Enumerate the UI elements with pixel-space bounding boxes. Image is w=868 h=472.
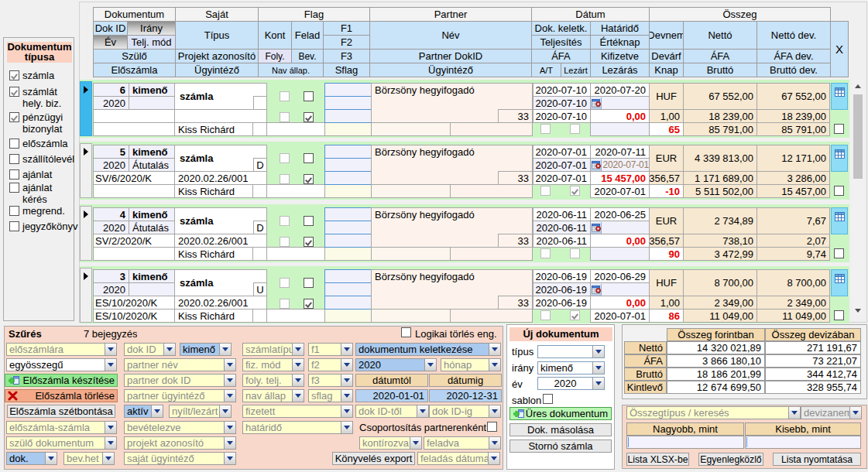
cell-afa-dev[interactable]: 2,07 [756,234,830,248]
cell-teljesites[interactable]: 2020-07-01 [533,158,591,172]
calendar-button[interactable] [591,159,602,171]
cell-dok-id[interactable]: 6 [93,83,129,97]
filter-f2[interactable]: f2 [308,358,353,371]
column-header-brutto-dev[interactable]: Bruttó dev. [756,63,831,77]
new-doc-tipus-select[interactable] [537,345,605,358]
column-header-dok-id[interactable]: Dok ID [93,21,128,36]
column-header-tipus[interactable]: Típus [175,21,259,50]
cell-brutto[interactable]: 5 511 502,00 [683,184,757,198]
cell-szulo[interactable]: SV/6/2020/K [93,171,175,185]
filter-dok[interactable]: dok. [6,452,57,465]
doc-type-checkbox-1[interactable] [9,87,19,97]
column-header-at[interactable]: A/T [531,63,561,77]
filter-eloszamla-szamla[interactable]: előszámla-számla [6,421,117,434]
cell-devnem[interactable]: EUR [649,207,684,234]
filter-bev-het[interactable]: bev.het [63,452,115,465]
cell-ugyintezo-kod[interactable] [252,309,267,323]
dropdown-arrow-icon[interactable] [341,422,352,433]
cell-netto[interactable]: 8 700,00 [683,269,757,296]
column-header-devnem[interactable]: Devnem [649,21,684,50]
dropdown-arrow-icon[interactable] [224,422,235,433]
cell-brutto[interactable]: 11 049,00 [683,309,757,323]
filter-ev[interactable]: 2020 [355,358,437,371]
column-header-felad[interactable]: Felad [291,21,324,50]
cell-afa-datum[interactable]: 2020-06-11 [533,234,591,248]
cell-kifizetve[interactable]: 0,00 [590,234,650,248]
column-header-dok-keletk[interactable]: Dok. keletk. [531,21,591,36]
eloszamla-szetbontasa-button[interactable]: Előszámla szétbontása [7,405,115,418]
cell-netto-dev[interactable]: 12 171,00 [756,145,830,172]
cell-brutto-dev[interactable]: 11 049,00 [756,309,830,323]
filter-egyosszegu[interactable]: egyösszegű [6,358,117,371]
cell-devarf[interactable]: 356,57 [649,171,684,185]
filter-fizetett[interactable]: fizetett [242,405,353,418]
cell-afa-datum[interactable]: 2020-07-10 [533,109,591,123]
checkbox-felad-1[interactable] [304,153,314,163]
new-doc-irany-select[interactable]: kimenő [537,361,605,375]
filter-f1[interactable]: f1 [308,343,353,356]
column-header-lezart[interactable]: Lezárt [561,63,591,77]
column-header-ev[interactable]: Év [93,35,128,50]
cell-f3[interactable] [324,234,372,248]
sablon-checkbox[interactable] [543,394,553,404]
dropdown-arrow-icon[interactable] [105,422,116,433]
totals-huf-value[interactable]: 3 866 180,10 [667,354,765,368]
dropdown-arrow-icon[interactable] [224,453,235,464]
column-header-f2[interactable]: F2 [323,35,370,50]
dropdown-arrow-icon[interactable] [489,344,500,355]
cell-afa-dev[interactable]: 18 239,00 [756,109,830,123]
cell-eloszamla[interactable] [93,184,175,198]
cell-szulo[interactable]: ES/10/2020/K [93,296,175,310]
filter-datum-ig-input[interactable]: 2020-12-31 [429,389,502,402]
filter-szulo-dokumentum[interactable]: szülő dokumentum [6,436,117,450]
column-header-ugyintezo[interactable]: Ügyintéző [175,63,259,77]
cell-szulo[interactable] [93,109,175,123]
cell-f2[interactable] [324,282,372,296]
cell-devarf[interactable]: 1,00 [649,296,684,310]
filter-feladva[interactable]: feladva [424,436,501,450]
cell-partner-ugyintezo-2[interactable] [450,309,533,323]
dropdown-arrow-icon[interactable] [45,453,57,464]
cell-partner-ugyintezo-1[interactable] [371,247,451,261]
logical-delete-checkbox[interactable] [401,327,411,337]
dropdown-arrow-icon[interactable] [224,437,235,449]
cell-brutto-dev[interactable]: 15 457,00 [756,184,830,198]
cell-partner-ugyintezo-1[interactable] [371,184,451,198]
cell-telj-mod[interactable]: Átutalás [129,158,175,172]
dropdown-arrow-icon[interactable] [292,344,304,355]
cell-erteknap[interactable] [590,96,650,110]
doc-type-checkbox-0[interactable] [9,70,19,80]
new-doc-ev-select[interactable]: 2020 [537,377,605,390]
cell-eloszamla[interactable]: ES/10/2020/K [93,309,175,323]
cell-lezaras[interactable]: 2020-07-01 [590,184,650,198]
filter-aktiv[interactable]: aktív [124,405,163,418]
cell-hatarido[interactable]: 2020-07-11 [590,145,650,159]
filter-partner-nev[interactable]: partner név [124,358,236,371]
dropdown-arrow-icon[interactable] [102,453,114,464]
doc-type-checkbox-8[interactable] [9,221,19,231]
cell-kifizetve[interactable]: 0,00 [590,109,650,123]
calendar-button[interactable] [591,97,602,109]
cell-knap[interactable]: 65 [649,122,684,136]
totals-dev-value[interactable]: 344 412,74 [765,368,861,381]
filter-partner-dok-id[interactable]: partner dok ID [124,374,236,387]
cell-lezaras[interactable] [590,122,650,136]
cell-szulo[interactable]: SV/2/2020/K [93,234,175,248]
cell-projekt[interactable]: 2020.02.26/001 [174,296,267,310]
dropdown-arrow-icon[interactable] [592,378,604,389]
storno-szamla-button[interactable]: Stornó számla [509,440,612,453]
cell-nav-allap[interactable] [266,122,325,136]
totals-huf-value[interactable]: 12 674 699,50 [667,381,765,394]
checkbox-felad-2[interactable] [304,112,314,122]
cell-erteknap[interactable] [590,282,650,296]
column-header-partner-ugyintezo[interactable]: Ügyintéző [369,63,532,77]
dropdown-arrow-icon[interactable] [341,359,352,371]
cell-partner-dokid[interactable]: 33 [498,109,533,123]
cell-f3[interactable] [324,171,372,185]
dropdown-arrow-icon[interactable] [341,390,352,402]
greater-than-input[interactable] [626,436,744,449]
cell-flag-kod[interactable]: U [253,282,267,296]
totals-huf-value[interactable]: 18 186 201,99 [667,368,765,381]
cell-ev[interactable]: 2020 [93,282,129,296]
cell-projekt[interactable]: 2020.02.26/001 [174,234,267,248]
